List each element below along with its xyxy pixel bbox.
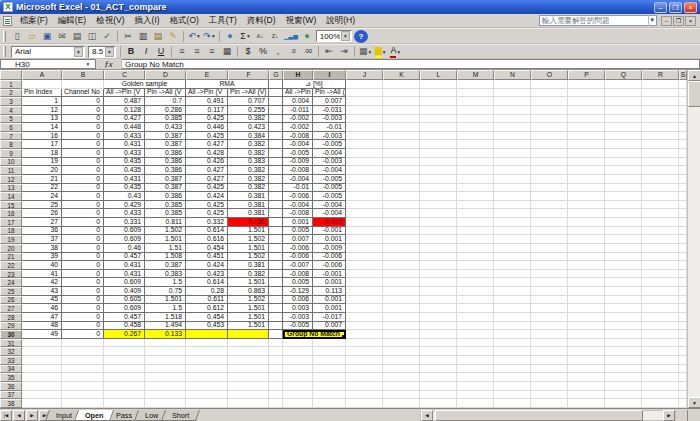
- cell-M30[interactable]: [457, 330, 494, 339]
- cell-H26[interactable]: 0.006: [283, 296, 313, 305]
- cell-H20[interactable]: -0.006: [283, 244, 313, 253]
- cell-F26[interactable]: 1.502: [228, 296, 269, 305]
- cell-R36[interactable]: [642, 382, 679, 391]
- cell-E6[interactable]: 0.446: [186, 123, 228, 132]
- cell-K4[interactable]: [383, 106, 420, 115]
- cell-C8[interactable]: 0.431: [104, 140, 145, 149]
- cell-E20[interactable]: 0.454: [186, 244, 228, 253]
- column-header-M[interactable]: M: [457, 70, 494, 80]
- cell-A3[interactable]: 1: [22, 97, 62, 106]
- column-header-I[interactable]: I: [313, 70, 346, 80]
- cell-O37[interactable]: [531, 391, 568, 400]
- cell-B27[interactable]: 0: [62, 304, 104, 313]
- cell-G16[interactable]: [269, 209, 283, 218]
- cell-M36[interactable]: [457, 382, 494, 391]
- cell-J21[interactable]: [346, 253, 383, 262]
- row-header-15[interactable]: 15: [0, 201, 22, 210]
- cell-N34[interactable]: [494, 365, 531, 374]
- cell-J18[interactable]: [346, 227, 383, 236]
- cell-R28[interactable]: [642, 313, 679, 322]
- print-button[interactable]: ▤: [70, 30, 84, 43]
- cell-K34[interactable]: [383, 365, 420, 374]
- cell-K10[interactable]: [383, 158, 420, 167]
- cell-B18[interactable]: 0: [62, 227, 104, 236]
- cell-S11[interactable]: [679, 166, 687, 175]
- cell-N21[interactable]: [494, 253, 531, 262]
- cell-P1[interactable]: [568, 80, 605, 89]
- cell-R14[interactable]: [642, 192, 679, 201]
- cell-N17[interactable]: [494, 218, 531, 227]
- cell-E10[interactable]: 0.426: [186, 158, 228, 167]
- restore-button[interactable]: ❐: [669, 2, 682, 13]
- format-painter-button[interactable]: ✎: [166, 30, 180, 43]
- cell-B22[interactable]: 0: [62, 261, 104, 270]
- cell-D34[interactable]: [145, 365, 186, 374]
- cell-F30[interactable]: [228, 330, 269, 339]
- cell-L30[interactable]: [420, 330, 457, 339]
- cell-S38[interactable]: [679, 399, 687, 408]
- cell-M12[interactable]: [457, 175, 494, 184]
- cell-F24[interactable]: 1.501: [228, 278, 269, 287]
- cell-M4[interactable]: [457, 106, 494, 115]
- cell-N28[interactable]: [494, 313, 531, 322]
- cell-Q36[interactable]: [605, 382, 642, 391]
- cell-L16[interactable]: [420, 209, 457, 218]
- cell-A32[interactable]: [22, 347, 62, 356]
- cell-L34[interactable]: [420, 365, 457, 374]
- cell-H11[interactable]: -0.008: [283, 166, 313, 175]
- cell-R10[interactable]: [642, 158, 679, 167]
- cell-L10[interactable]: [420, 158, 457, 167]
- cell-N38[interactable]: [494, 399, 531, 408]
- cell-F33[interactable]: [228, 356, 269, 365]
- cell-L32[interactable]: [420, 347, 457, 356]
- cell-A29[interactable]: 48: [22, 322, 62, 331]
- cell-D20[interactable]: 1.51: [145, 244, 186, 253]
- cell-A8[interactable]: 17: [22, 140, 62, 149]
- cell-S12[interactable]: [679, 175, 687, 184]
- cell-L26[interactable]: [420, 296, 457, 305]
- cell-B25[interactable]: 0: [62, 287, 104, 296]
- column-header-C[interactable]: C: [104, 70, 145, 80]
- column-header-J[interactable]: J: [346, 70, 383, 80]
- cell-I27[interactable]: 0.001: [313, 304, 346, 313]
- cell-D17[interactable]: 0.811: [145, 218, 186, 227]
- copy-button[interactable]: ▥: [136, 30, 150, 43]
- cell-H24[interactable]: 0.005: [283, 278, 313, 287]
- cell-Q4[interactable]: [605, 106, 642, 115]
- cell-S25[interactable]: [679, 287, 687, 296]
- cell-S16[interactable]: [679, 209, 687, 218]
- cell-I24[interactable]: 0.001: [313, 278, 346, 287]
- chevron-down-icon[interactable]: ▾: [83, 61, 93, 67]
- cell-D10[interactable]: 0.386: [145, 158, 186, 167]
- cell-O13[interactable]: [531, 184, 568, 193]
- cell-I28[interactable]: -0.017: [313, 313, 346, 322]
- cell-C20[interactable]: 0.46: [104, 244, 145, 253]
- cell-J15[interactable]: [346, 201, 383, 210]
- cell-M3[interactable]: [457, 97, 494, 106]
- cell-A9[interactable]: 18: [22, 149, 62, 158]
- cell-P20[interactable]: [568, 244, 605, 253]
- cell-S33[interactable]: [679, 356, 687, 365]
- cell-K38[interactable]: [383, 399, 420, 408]
- row-header-22[interactable]: 22: [0, 261, 22, 270]
- cell-R19[interactable]: [642, 235, 679, 244]
- cell-P5[interactable]: [568, 115, 605, 124]
- cell-E28[interactable]: 0.454: [186, 313, 228, 322]
- row-header-31[interactable]: 31: [0, 339, 22, 348]
- cell-F11[interactable]: 0.382: [228, 166, 269, 175]
- cell-R29[interactable]: [642, 322, 679, 331]
- cell-N22[interactable]: [494, 261, 531, 270]
- cell-D21[interactable]: 1.508: [145, 253, 186, 262]
- cell-M38[interactable]: [457, 399, 494, 408]
- cell-I20[interactable]: -0.009: [313, 244, 346, 253]
- cell-G27[interactable]: [269, 304, 283, 313]
- cell-F32[interactable]: [228, 347, 269, 356]
- cell-O23[interactable]: [531, 270, 568, 279]
- cell-M13[interactable]: [457, 184, 494, 193]
- cell-M1[interactable]: [457, 80, 494, 89]
- cell-I23[interactable]: -0.001: [313, 270, 346, 279]
- cell-A10[interactable]: 19: [22, 158, 62, 167]
- cell-J5[interactable]: [346, 115, 383, 124]
- cell-P24[interactable]: [568, 278, 605, 287]
- cell-C11[interactable]: 0.435: [104, 166, 145, 175]
